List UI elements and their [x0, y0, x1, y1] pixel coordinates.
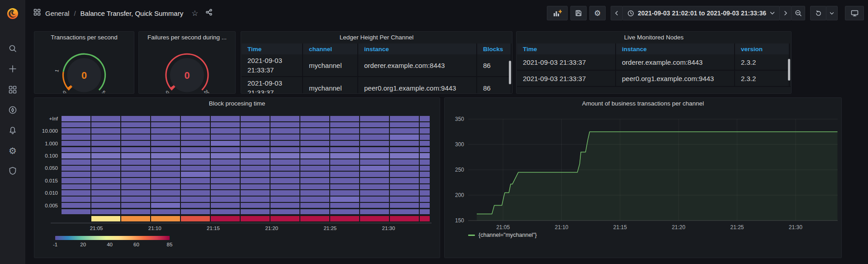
heatmap-cell [181, 190, 210, 196]
table-cell: peer0.org1.example.com:9443 [358, 77, 477, 94]
refresh-controls [811, 6, 838, 20]
heatmap-cell [270, 134, 299, 140]
kiosk-mode-button[interactable] [845, 6, 864, 20]
column-header-version[interactable]: version [735, 43, 790, 54]
configuration-gear-icon[interactable]: ⚙ [0, 143, 25, 159]
heatmap-cell [121, 166, 150, 171]
zoom-out-button[interactable] [791, 6, 805, 20]
heatmap-bottom-cell [300, 216, 329, 221]
panel-title[interactable]: Transactions per second [34, 34, 134, 41]
heatmap-cell [211, 141, 240, 146]
heatmap-cell [270, 209, 299, 215]
heatmap-cell [360, 209, 389, 215]
time-forward-button[interactable] [779, 6, 792, 20]
gauge-tick-label: 1 [54, 69, 60, 72]
add-panel-button[interactable] [547, 6, 568, 20]
chart-legend[interactable]: {channel="mychannel"} [468, 232, 537, 238]
heatmap-cell [181, 209, 210, 215]
star-icon[interactable]: ☆ [191, 10, 198, 17]
heatmap-cell [420, 122, 430, 128]
heatmap-cell [151, 122, 180, 128]
column-header-time[interactable]: Time [517, 43, 616, 54]
heatmap-cell [181, 197, 210, 202]
x-axis-label: 21:20 [261, 226, 283, 231]
heatmap-cell [62, 203, 90, 208]
column-header-instance[interactable]: instance [358, 43, 477, 54]
table-cell: 2.3.2 [735, 71, 790, 86]
heatmap-cell [390, 116, 419, 121]
color-scale-tick: 85 [163, 242, 176, 247]
table-cell: orderer.example.com:8443 [358, 54, 477, 76]
heatmap-cell [420, 141, 430, 146]
y-axis-label: 0.015 [34, 178, 58, 183]
heatmap-cell [300, 147, 329, 153]
refresh-button[interactable] [810, 6, 826, 20]
dashboards-grid-icon[interactable] [0, 82, 25, 98]
heatmap-cell [121, 116, 150, 121]
explore-compass-icon[interactable] [0, 102, 25, 118]
heatmap-cell [211, 159, 240, 165]
heatmap-cell [121, 209, 150, 215]
heatmap-cell [211, 209, 240, 215]
heatmap-cell [121, 203, 150, 208]
apps-grid-icon[interactable] [33, 9, 41, 18]
heatmap-cell [300, 172, 329, 177]
share-icon[interactable] [205, 9, 213, 18]
column-header-channel[interactable]: channel [303, 43, 358, 54]
table-scrollbar[interactable] [509, 61, 511, 84]
heatmap-cell [330, 147, 359, 153]
heatmap-cell [211, 190, 240, 196]
alerting-bell-icon[interactable] [0, 122, 25, 139]
heatmap-cell [91, 147, 120, 153]
time-range-picker[interactable]: 2021-09-03 21:02:01 to 2021-09-03 21:33:… [622, 6, 780, 20]
column-header-blocks[interactable]: Blocks [477, 43, 512, 54]
heatmap-bottom-cell [360, 216, 389, 221]
heatmap-cell [91, 128, 120, 134]
heatmap-cell [270, 116, 299, 121]
panel-title[interactable]: Failures per second during ... [139, 34, 235, 41]
clock-icon [627, 10, 634, 17]
create-plus-icon[interactable] [0, 61, 25, 77]
heatmap-cell [211, 116, 240, 121]
heatmap-cell [181, 134, 210, 140]
y-axis-label: 0.010 [34, 190, 58, 196]
heatmap-cell [360, 134, 389, 140]
panel-title[interactable]: Live Monitored Nodes [517, 34, 791, 41]
heatmap-cell [211, 166, 240, 171]
heatmap-cell [360, 166, 389, 171]
dashboard-settings-gear-icon[interactable]: ⚙ [589, 6, 606, 20]
heatmap-cell [390, 190, 419, 196]
breadcrumb-separator: / [74, 10, 76, 17]
refresh-interval-dropdown[interactable] [826, 6, 838, 20]
heatmap-cell [270, 203, 299, 208]
heatmap-cell [121, 178, 150, 183]
heatmap-cell [181, 166, 210, 171]
heatmap-cell [181, 172, 210, 177]
heatmap-cell [390, 184, 419, 190]
heatmap-cell [121, 190, 150, 196]
column-header-time[interactable]: Time [242, 43, 303, 54]
nodes-table: Timeinstanceversion 2021-09-03 21:33:37o… [517, 43, 791, 93]
breadcrumb-folder[interactable]: General [45, 10, 69, 17]
heatmap-cell [62, 153, 90, 158]
column-header-instance[interactable]: instance [616, 43, 735, 54]
navbar: General / Balance Transfer, Quick Summar… [25, 0, 868, 26]
heatmap-cell [390, 197, 419, 202]
panel-failures-per-second: Failures per second during ... 0200 [138, 31, 236, 94]
panel-title[interactable]: Ledger Height Per Channel [241, 34, 512, 41]
heatmap-cell [270, 147, 299, 153]
heatmap-cell [91, 159, 120, 165]
time-back-button[interactable] [611, 6, 623, 20]
table-scrollbar[interactable] [788, 59, 790, 81]
x-axis-label: 21:15 [202, 226, 224, 231]
svg-text:21:15: 21:15 [613, 224, 627, 230]
heatmap-cell [241, 134, 270, 140]
save-dashboard-button[interactable] [570, 6, 587, 20]
heatmap-cell [62, 116, 90, 121]
search-icon[interactable] [0, 40, 25, 57]
heatmap-cell [360, 128, 389, 134]
table-cell: mychannel [303, 54, 358, 76]
admin-shield-icon[interactable] [0, 163, 25, 179]
heatmap-cell [420, 190, 430, 196]
grafana-logo[interactable] [0, 5, 25, 23]
